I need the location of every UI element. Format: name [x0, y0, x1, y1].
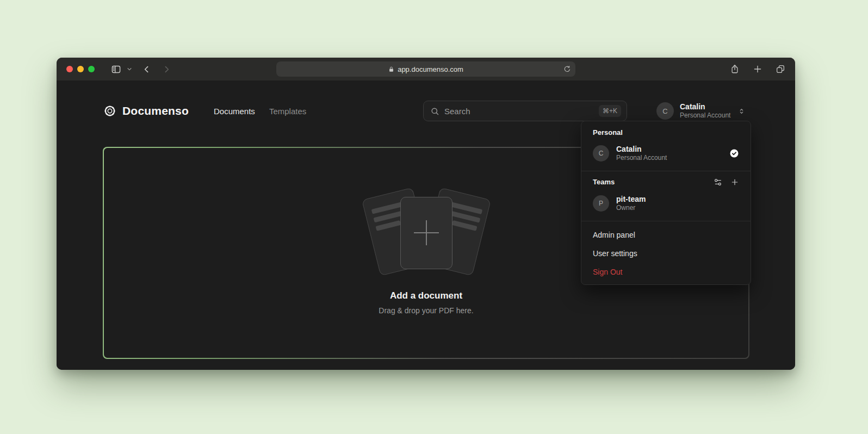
search-input[interactable] — [444, 107, 594, 116]
chevron-right-icon — [162, 65, 171, 74]
share-icon — [730, 64, 740, 74]
menu-item-user-settings[interactable]: User settings — [581, 244, 751, 263]
avatar: P — [593, 195, 609, 212]
chevron-left-icon — [142, 65, 151, 74]
toolbar-nav-group — [109, 62, 173, 77]
brand-link[interactable]: Documenso — [103, 104, 189, 118]
browser-window: app.documenso.com — [57, 58, 795, 370]
toolbar-right-group — [728, 62, 788, 76]
account-subtitle: Personal Account — [680, 111, 730, 120]
search-shortcut-badge: ⌘+K — [599, 105, 621, 117]
account-name: Catalin — [680, 102, 730, 112]
plus-icon — [730, 178, 739, 187]
browser-toolbar: app.documenso.com — [57, 58, 795, 80]
sidebar-toggle-button[interactable] — [109, 62, 123, 77]
nav-templates[interactable]: Templates — [269, 107, 306, 116]
menu-team-row[interactable]: P pit-team Owner — [589, 190, 743, 216]
menu-divider — [581, 171, 751, 171]
share-button[interactable] — [728, 62, 742, 76]
selected-check-icon — [729, 148, 739, 158]
close-window-button[interactable] — [66, 66, 73, 72]
add-plus-icon — [414, 220, 439, 245]
chevron-down-icon — [127, 66, 132, 72]
account-dropdown-menu: Personal C Catalin Personal Account Team… — [581, 121, 751, 285]
sliders-icon — [714, 178, 722, 187]
menu-item-admin-panel[interactable]: Admin panel — [581, 226, 751, 244]
team-role: Owner — [616, 204, 646, 213]
teams-section-label: Teams — [593, 178, 615, 186]
document-cards-illustration — [364, 191, 489, 274]
refresh-icon — [563, 65, 571, 73]
brand-name: Documenso — [122, 104, 189, 117]
menu-divider — [581, 221, 751, 221]
new-tab-button[interactable] — [751, 62, 765, 76]
account-menu-button[interactable]: C Catalin Personal Account — [656, 102, 749, 120]
back-button[interactable] — [140, 63, 153, 76]
chevron-up-down-icon — [737, 107, 746, 115]
main-nav: Documents Templates — [214, 107, 306, 116]
menu-account-subtitle: Personal Account — [616, 154, 667, 163]
avatar: C — [593, 145, 609, 162]
menu-item-sign-out[interactable]: Sign Out — [581, 263, 751, 281]
sidebar-menu-button[interactable] — [125, 64, 134, 74]
lock-icon — [388, 66, 394, 73]
sidebar-icon — [111, 64, 121, 75]
plus-icon — [753, 64, 762, 74]
add-team-button[interactable] — [730, 178, 739, 187]
zoom-window-button[interactable] — [88, 66, 95, 72]
search-bar[interactable]: ⌘+K — [423, 101, 627, 121]
tab-overview-button[interactable] — [773, 62, 788, 76]
menu-account-name: Catalin — [616, 144, 667, 154]
team-name: pit-team — [616, 194, 646, 204]
tabs-icon — [776, 64, 785, 74]
dropzone-subtitle: Drag & drop your PDF here. — [379, 306, 473, 315]
avatar: C — [656, 102, 674, 120]
manage-teams-button[interactable] — [714, 178, 722, 187]
documenso-logo-icon — [103, 104, 117, 118]
nav-documents[interactable]: Documents — [214, 107, 255, 116]
menu-personal-account-row[interactable]: C Catalin Personal Account — [589, 140, 743, 166]
teams-section-header: Teams — [589, 176, 743, 190]
address-bar[interactable]: app.documenso.com — [276, 61, 575, 77]
search-icon — [430, 107, 439, 116]
refresh-button[interactable] — [563, 65, 571, 73]
document-card-center — [400, 197, 452, 269]
forward-button[interactable] — [160, 63, 173, 76]
url-text: app.documenso.com — [398, 65, 463, 73]
minimize-window-button[interactable] — [77, 66, 84, 72]
traffic-lights — [57, 66, 95, 72]
personal-section-label: Personal — [589, 126, 743, 140]
dropzone-title: Add a document — [390, 290, 462, 301]
